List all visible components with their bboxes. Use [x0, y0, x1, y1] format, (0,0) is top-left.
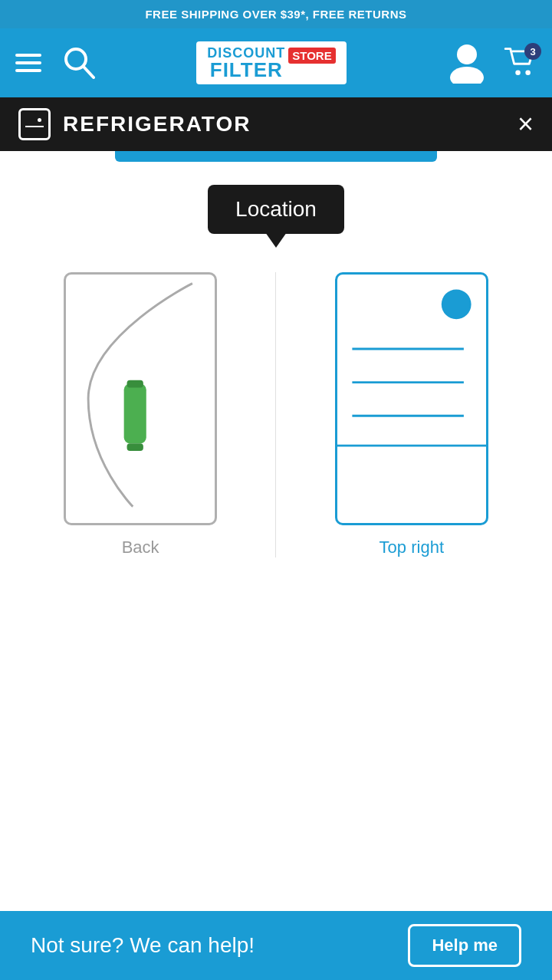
search-button[interactable]: [63, 46, 95, 80]
promo-banner: FREE SHIPPING OVER $39*, FREE RETURNS: [0, 0, 552, 28]
user-account-button[interactable]: [448, 42, 486, 84]
svg-point-3: [450, 67, 484, 84]
tooltip-text: Location: [208, 185, 344, 234]
top-right-illustration: [335, 272, 488, 525]
cart-count-badge: 3: [524, 43, 541, 60]
logo-filter: FILTER: [207, 60, 285, 80]
options-divider: [275, 272, 276, 557]
refrigerator-icon: [18, 108, 51, 140]
svg-line-1: [84, 67, 94, 77]
cart-button[interactable]: 3: [503, 48, 537, 78]
back-illustration: [64, 272, 217, 525]
location-options: Back Top right: [15, 272, 537, 557]
help-bar: Not sure? We can help! Help me: [0, 911, 552, 980]
logo-box: DISCOUNT FILTER STORE: [196, 41, 346, 84]
close-button[interactable]: ×: [518, 110, 534, 138]
logo-store: STORE: [292, 50, 331, 61]
progress-bar: [115, 151, 437, 162]
main-content: Location Back: [0, 151, 552, 911]
svg-point-13: [442, 289, 472, 319]
nav-left: [15, 46, 95, 80]
help-button[interactable]: Help me: [408, 924, 521, 967]
logo[interactable]: DISCOUNT FILTER STORE: [196, 41, 346, 84]
location-tooltip: Location: [208, 185, 344, 234]
category-bar: REFRIGERATOR ×: [0, 97, 552, 151]
svg-rect-8: [127, 443, 143, 451]
help-text: Not sure? We can help!: [31, 933, 255, 958]
nav-right: 3: [448, 42, 537, 84]
svg-point-5: [525, 70, 531, 75]
menu-button[interactable]: [15, 54, 41, 72]
svg-point-2: [457, 44, 477, 64]
location-option-back[interactable]: Back: [25, 272, 255, 557]
svg-point-4: [515, 70, 521, 75]
location-option-top-right[interactable]: Top right: [297, 272, 527, 557]
category-title: REFRIGERATOR: [63, 112, 251, 136]
svg-rect-7: [127, 380, 143, 388]
svg-rect-6: [124, 384, 146, 444]
top-right-label: Top right: [380, 538, 444, 557]
nav-header: DISCOUNT FILTER STORE: [0, 28, 552, 97]
back-label: Back: [122, 538, 159, 557]
